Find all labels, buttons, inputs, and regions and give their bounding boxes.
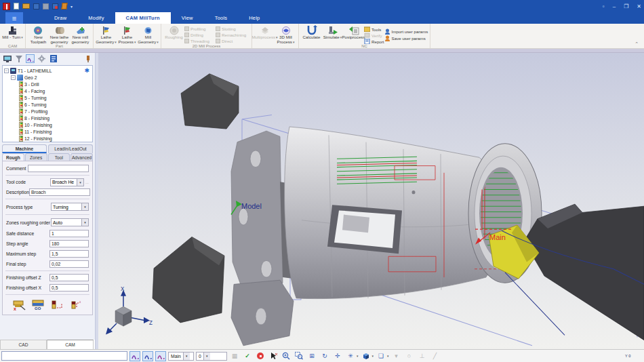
fit-view-icon[interactable]: ⊞ [306, 351, 317, 361]
chevron-down-icon[interactable]: ▾ [357, 354, 359, 358]
tree-geo-row[interactable]: − Geo 2 [4, 74, 91, 81]
tab-tool[interactable]: Tool [48, 153, 71, 161]
tool-code-select[interactable]: Broach He ▾ [50, 178, 84, 186]
zoom-in-icon[interactable] [281, 351, 291, 361]
chevron-down-icon[interactable]: ▾ [183, 353, 190, 360]
viewport-3d[interactable]: Main Model X Z [98, 53, 644, 349]
maximum-step-input[interactable] [49, 250, 89, 258]
tree-item-row[interactable]: 6 - Turning [4, 101, 91, 108]
tree-item-row[interactable]: 12 - Finishing [4, 135, 91, 142]
tab-cam[interactable]: CAM [47, 340, 94, 349]
chevron-down-icon[interactable]: ▾ [81, 219, 88, 226]
menu-tab-cam-millturn[interactable]: CAM MillTurn [115, 12, 171, 24]
tab-advanced[interactable]: Advanced [71, 153, 93, 161]
chevron-down-icon[interactable]: ▾ [77, 179, 83, 186]
step-angle-input[interactable] [49, 240, 89, 247]
tab-cad[interactable]: CAD [0, 340, 47, 349]
mill-geometry-button[interactable]: Mill Geometry [138, 24, 159, 45]
new-mill-geometry-button[interactable]: New mill geometry [70, 24, 91, 45]
menu-tab-modify[interactable]: Modify [77, 12, 115, 24]
tree-item-row[interactable]: 8 - Finishing [4, 115, 91, 121]
lathe-geometry-button[interactable]: Lathe Geometry [96, 24, 117, 45]
new-lathe-geometry-button[interactable]: New lathe geometry [49, 24, 70, 45]
postprocess-button[interactable]: Postprocess [343, 24, 364, 40]
ribbon-collapse-icon[interactable]: ⌃ [635, 41, 639, 47]
machining-option-button-3[interactable] [49, 299, 64, 311]
zones-order-select[interactable]: Auto ▾ [51, 218, 89, 226]
calculate-check-icon[interactable]: ✓ [242, 351, 253, 361]
hamburger-menu-button[interactable]: ≡ [5, 12, 23, 24]
chevron-down-icon[interactable]: ▾ [81, 203, 88, 210]
tree-item-row[interactable]: 7 - Profiling [4, 108, 91, 115]
tab-machine[interactable]: Machine [2, 144, 47, 153]
minimize-button[interactable]: – [613, 3, 616, 9]
machining-option-button-1[interactable]: x [12, 299, 26, 311]
operations-tree[interactable]: ✱ − T1 - LATHEMILL − Geo 2 3 - Drill 4 -… [2, 65, 93, 142]
settings-gear-icon[interactable] [37, 54, 46, 63]
import-user-params-button[interactable]: Import user params [384, 28, 428, 35]
toolpath-tree-icon[interactable] [26, 54, 35, 63]
report-button[interactable]: Report [364, 39, 384, 44]
save-user-params-button[interactable]: Save user params [384, 35, 428, 41]
zoom-window-icon[interactable] [294, 351, 304, 361]
machine-display-icon[interactable] [3, 54, 12, 63]
pan-icon[interactable]: ✛ [332, 351, 343, 361]
tool-code-browse-button[interactable]: ... [85, 180, 89, 184]
tab-zones[interactable]: Zones [25, 153, 47, 161]
machining-option-button-4[interactable]: ² [68, 299, 83, 311]
command-input[interactable] [1, 351, 127, 361]
finishing-offset-x-input[interactable] [49, 284, 89, 291]
toolpath-display-toggle-1[interactable] [129, 351, 140, 361]
simulate-button[interactable]: Simulate [322, 24, 343, 40]
close-button[interactable]: ✕ [637, 3, 641, 9]
safe-distance-input[interactable] [49, 230, 89, 237]
description-input[interactable] [29, 188, 90, 196]
tree-item-row[interactable]: 10 - Finishing [4, 121, 91, 128]
theme-button[interactable]: ▫ [603, 3, 605, 9]
tree-root-row[interactable]: − T1 - LATHEMILL [4, 67, 91, 74]
tree-item-row[interactable]: 3 - Drill [4, 81, 91, 87]
tree-item-row[interactable]: 5 - Turning [4, 94, 91, 101]
new-operation-star-icon[interactable]: ✱ [84, 67, 89, 74]
layers-icon[interactable]: ❏ [376, 351, 386, 361]
new-document-icon[interactable] [14, 3, 19, 9]
spindle-select[interactable]: Main ▾ [168, 352, 194, 361]
expand-icon[interactable]: − [4, 68, 9, 73]
quick-access-dropdown-icon[interactable]: ▾ [71, 4, 73, 9]
stop-icon[interactable] [255, 351, 266, 361]
pin-panel-icon[interactable] [83, 54, 92, 63]
index-select[interactable]: 0 ▾ [196, 352, 227, 361]
toolpath-display-toggle-2[interactable] [142, 351, 153, 361]
tab-rough[interactable]: Rough [2, 153, 24, 161]
chevron-down-icon[interactable]: ▾ [372, 354, 374, 358]
menu-tab-draw[interactable]: Draw [43, 12, 77, 24]
pin-icon[interactable] [61, 3, 67, 9]
new-toolpath-button[interactable]: New Toolpath [28, 24, 49, 45]
export-icon[interactable] [52, 3, 58, 9]
finishing-offset-z-input[interactable] [49, 274, 89, 281]
comment-input[interactable] [28, 165, 89, 172]
expand-icon[interactable]: − [11, 75, 16, 80]
chevron-down-icon[interactable]: ▾ [387, 354, 389, 358]
results-report-icon[interactable] [49, 54, 58, 63]
menu-tab-view[interactable]: View [171, 12, 204, 24]
rotate-view-icon[interactable]: ↻ [319, 351, 330, 361]
3d-mill-process-button[interactable]: 3D Mill Process [275, 24, 296, 45]
final-step-input[interactable] [49, 260, 89, 268]
menu-tab-tools[interactable]: Tools [204, 12, 239, 24]
machining-option-button-2[interactable]: GO [31, 299, 45, 311]
save-icon[interactable] [33, 3, 39, 9]
toolpath-display-toggle-3[interactable] [155, 351, 166, 361]
open-file-icon[interactable] [22, 3, 30, 9]
calculate-button[interactable]: Calculate [301, 24, 322, 40]
tools-button[interactable]: Tools [364, 26, 384, 32]
restore-button[interactable]: ❐ [624, 3, 628, 9]
menu-tab-help[interactable]: Help [238, 12, 270, 24]
filter-icon[interactable] [14, 54, 23, 63]
tree-item-row[interactable]: 11 - Finishing [4, 128, 91, 135]
lathe-process-button[interactable]: Lathe Process [117, 24, 138, 45]
select-cursor-icon[interactable] [268, 351, 279, 361]
iso-view-icon[interactable]: ✳ [345, 351, 356, 361]
shade-cube-icon[interactable] [361, 351, 371, 361]
process-type-select[interactable]: Turning ▾ [51, 203, 89, 211]
